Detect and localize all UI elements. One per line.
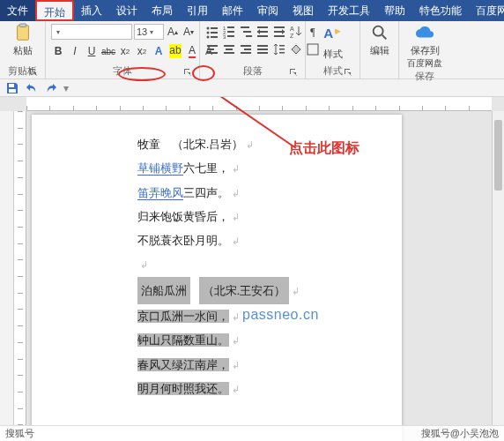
svg-text:Z: Z: [290, 33, 294, 39]
footer-left: 搜狐号: [5, 427, 34, 440]
tab-netdisk[interactable]: 百度网盘: [469, 0, 504, 21]
poem1-l1-link[interactable]: 草铺横野: [137, 161, 183, 176]
svg-rect-25: [207, 45, 218, 47]
shading-icon[interactable]: [289, 42, 303, 56]
svg-rect-9: [227, 26, 234, 28]
svg-text:A: A: [290, 26, 294, 32]
poem1-l2-link[interactable]: 笛弄晚风: [137, 186, 183, 200]
font-name-combo[interactable]: ▾: [51, 24, 132, 40]
highlight-button[interactable]: ab: [168, 44, 182, 58]
strike-button[interactable]: abc: [101, 44, 115, 58]
underline-button[interactable]: U: [85, 44, 99, 58]
tab-insert[interactable]: 插入: [74, 0, 109, 21]
indent-dec-icon[interactable]: [256, 25, 270, 39]
svg-rect-7: [211, 36, 218, 38]
redo-icon[interactable]: [44, 81, 58, 95]
svg-rect-35: [257, 49, 268, 50]
font-size-combo[interactable]: 13▾: [134, 24, 164, 40]
numbering-icon[interactable]: 123: [222, 25, 236, 39]
styles-button[interactable]: A 样式: [315, 23, 351, 61]
svg-rect-19: [257, 35, 268, 37]
indent-inc-icon[interactable]: [272, 25, 286, 39]
sort-icon[interactable]: AZ: [289, 25, 303, 39]
vertical-ruler[interactable]: [14, 111, 26, 441]
watermark-text: passneo.cn: [242, 307, 319, 323]
italic-button[interactable]: I: [68, 44, 82, 58]
vertical-scrollbar[interactable]: [492, 111, 504, 441]
svg-rect-28: [224, 45, 234, 47]
align-left-icon[interactable]: [205, 42, 219, 56]
save-icon[interactable]: [5, 81, 19, 95]
svg-rect-15: [243, 31, 251, 33]
paste-button[interactable]: 粘贴: [5, 23, 40, 57]
shrink-font-button[interactable]: A▾: [182, 25, 196, 39]
svg-rect-29: [226, 49, 233, 50]
editing-label: 编辑: [370, 44, 389, 57]
tab-design[interactable]: 设计: [109, 0, 145, 21]
document-area: 牧童 （北宋.吕岩）↲ 草铺横野六七里，↲ 笛弄晚风三四声。↲ 归来饱饭黄昏后，…: [0, 97, 504, 441]
group-paragraph-label: 段落: [205, 64, 300, 78]
grow-font-button[interactable]: A▴: [166, 25, 180, 39]
svg-rect-27: [207, 52, 218, 54]
nav-strip: [0, 111, 14, 441]
svg-point-42: [373, 26, 382, 36]
multilevel-icon[interactable]: [239, 25, 253, 39]
tab-special[interactable]: 特色功能: [412, 0, 469, 21]
subscript-button[interactable]: x2: [118, 44, 132, 58]
svg-text:3: 3: [223, 34, 226, 39]
line-spacing-icon[interactable]: [272, 42, 286, 56]
tab-references[interactable]: 引用: [180, 0, 215, 21]
poem1-title-b: （北宋.吕岩）: [172, 138, 243, 151]
svg-rect-11: [227, 31, 234, 33]
font-launcher[interactable]: [183, 68, 192, 77]
bold-button[interactable]: B: [51, 44, 65, 58]
save-cloud-label1: 保存到: [411, 44, 440, 57]
align-justify-icon[interactable]: [256, 42, 270, 56]
group-clipboard: 粘贴 剪贴板: [0, 21, 46, 78]
cloud-icon: [415, 23, 434, 42]
superscript-button[interactable]: x2: [135, 44, 149, 58]
group-font-label: 字体: [51, 64, 194, 78]
svg-rect-38: [279, 49, 285, 50]
svg-rect-26: [207, 49, 214, 50]
poem2-title-a: 泊船瓜洲: [137, 277, 190, 304]
styles-launcher[interactable]: [344, 68, 352, 77]
poem-1: 牧童 （北宋.吕岩）↲ 草铺横野六七里，↲ 笛弄晚风三四声。↲ 归来饱饭黄昏后，…: [137, 132, 402, 277]
clipboard-launcher[interactable]: [29, 68, 38, 77]
tab-layout[interactable]: 布局: [145, 0, 180, 21]
svg-rect-0: [17, 26, 28, 41]
svg-rect-16: [246, 35, 252, 37]
svg-rect-30: [224, 52, 234, 54]
tab-view[interactable]: 视图: [285, 0, 321, 21]
scrollbar-thumb[interactable]: [494, 120, 502, 191]
document-page[interactable]: 牧童 （北宋.吕岩）↲ 草铺横野六七里，↲ 笛弄晚风三四声。↲ 归来饱饭黄昏后，…: [32, 115, 402, 441]
tab-mailings[interactable]: 邮件: [215, 0, 250, 21]
tab-review[interactable]: 审阅: [250, 0, 285, 21]
undo-icon[interactable]: [25, 81, 39, 95]
poem2-l3: 春风又绿江南岸，: [137, 358, 229, 371]
annotation-callout-text: 点击此图标: [289, 139, 359, 158]
svg-rect-5: [211, 32, 218, 34]
save-cloud-button[interactable]: 保存到 百度网盘: [407, 23, 442, 70]
svg-rect-14: [241, 26, 249, 28]
svg-rect-37: [279, 45, 285, 47]
align-right-icon[interactable]: [239, 42, 253, 56]
svg-rect-22: [274, 35, 285, 37]
tab-file[interactable]: 文件: [0, 0, 35, 21]
svg-rect-32: [244, 49, 251, 50]
font-color-button[interactable]: A: [185, 44, 199, 58]
svg-rect-20: [274, 26, 285, 28]
tab-help[interactable]: 帮助: [377, 0, 412, 21]
align-center-icon[interactable]: [222, 42, 236, 56]
paragraph-launcher[interactable]: [289, 68, 298, 77]
svg-rect-34: [257, 45, 268, 47]
bullets-icon[interactable]: [205, 25, 219, 39]
tab-home[interactable]: 开始: [35, 0, 74, 21]
group-font: ▾ 13▾ A▴ A▾ B I U abc x2 x2 A ab A A: [46, 21, 200, 78]
text-effects-button[interactable]: A: [152, 44, 166, 58]
svg-point-2: [207, 27, 210, 30]
tab-developer[interactable]: 开发工具: [321, 0, 377, 21]
horizontal-ruler[interactable]: [26, 97, 492, 111]
poem1-l1-rest: 六七里，: [183, 161, 229, 175]
editing-button[interactable]: 编辑: [366, 23, 393, 57]
